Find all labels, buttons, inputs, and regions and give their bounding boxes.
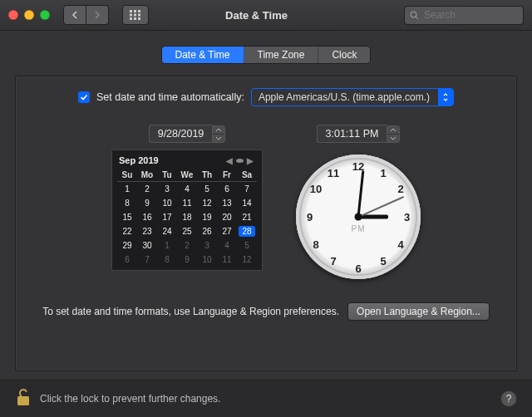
calendar-day[interactable]: 5 xyxy=(197,182,217,197)
nav-buttons xyxy=(63,5,109,25)
clock-numeral: 3 xyxy=(404,211,410,223)
back-button[interactable] xyxy=(63,5,86,25)
search-field[interactable] xyxy=(404,6,524,25)
close-window-button[interactable] xyxy=(8,10,18,20)
calendar-day-header: Sa xyxy=(237,169,257,182)
calendar-day[interactable]: 25 xyxy=(177,224,197,238)
analog-clock[interactable]: 121234567891011 PM xyxy=(296,155,421,279)
tab-clock[interactable]: Clock xyxy=(318,47,370,63)
calendar-day[interactable]: 1 xyxy=(157,238,177,253)
calendar-day[interactable]: 27 xyxy=(217,224,237,238)
open-language-region-button[interactable]: Open Language & Region... xyxy=(347,302,490,321)
window-controls xyxy=(8,10,50,20)
clock-numeral: 5 xyxy=(380,254,386,267)
svg-rect-11 xyxy=(17,396,29,405)
date-field-row: 9/28/2019 xyxy=(149,125,226,143)
calendar-day[interactable]: 8 xyxy=(117,196,137,210)
minute-hand xyxy=(357,170,365,217)
date-time-pane: Set date and time automatically: Apple A… xyxy=(15,76,517,371)
calendar-day[interactable]: 2 xyxy=(137,182,157,197)
calendar-day[interactable]: 16 xyxy=(137,210,157,224)
calendar-day[interactable]: 12 xyxy=(237,253,257,267)
calendar-day[interactable]: 5 xyxy=(237,238,257,253)
calendar-day[interactable]: 23 xyxy=(137,224,157,238)
calendar-day[interactable]: 24 xyxy=(157,224,177,238)
unlocked-lock-icon xyxy=(15,387,32,407)
date-field[interactable]: 9/28/2019 xyxy=(149,125,213,143)
date-stepper[interactable] xyxy=(212,125,225,143)
calendar-day[interactable]: 3 xyxy=(197,238,217,253)
svg-point-9 xyxy=(411,12,416,17)
calendar-day[interactable]: 20 xyxy=(217,210,237,224)
stepper-up-icon xyxy=(213,126,224,135)
calendar-day[interactable]: 6 xyxy=(117,253,137,267)
calendar-nav: ◀ ▶ xyxy=(224,156,255,165)
calendar-day[interactable]: 14 xyxy=(237,196,257,210)
calendar-day[interactable]: 26 xyxy=(197,224,217,238)
search-icon xyxy=(410,11,419,20)
calendar-day[interactable]: 12 xyxy=(197,196,217,210)
calendar-next-button[interactable]: ▶ xyxy=(245,156,255,165)
calendar-day[interactable]: 28 xyxy=(237,224,257,238)
calendar-day[interactable]: 9 xyxy=(177,253,197,267)
time-server-select[interactable]: Apple Americas/U.S. (time.apple.com.) xyxy=(251,88,454,106)
stepper-down-icon xyxy=(387,135,399,142)
calendar-day[interactable]: 10 xyxy=(197,253,217,267)
search-input[interactable] xyxy=(422,8,518,22)
calendar-day[interactable]: 30 xyxy=(137,238,157,253)
calendar-day[interactable]: 9 xyxy=(137,196,157,210)
calendar-day[interactable]: 2 xyxy=(177,238,197,253)
window-title: Date & Time xyxy=(117,9,396,22)
help-button[interactable]: ? xyxy=(500,390,517,407)
calendar-day[interactable]: 10 xyxy=(157,196,177,210)
calendar-day[interactable]: 4 xyxy=(217,238,237,253)
calendar-day[interactable]: 3 xyxy=(157,182,177,197)
calendar-day[interactable]: 11 xyxy=(177,196,197,210)
calendar-day[interactable]: 13 xyxy=(217,196,237,210)
calendar-day[interactable]: 8 xyxy=(157,253,177,267)
calendar-grid: SuMoTuWeThFrSa 1234567891011121314151617… xyxy=(117,169,257,267)
clock-numeral: 4 xyxy=(397,238,403,251)
calendar-day[interactable]: 18 xyxy=(177,210,197,224)
time-field-row: 3:01:11 PM xyxy=(317,125,401,143)
clock-numeral: 9 xyxy=(307,211,313,223)
auto-set-checkbox[interactable] xyxy=(78,91,90,103)
tab-timezone[interactable]: Time Zone xyxy=(244,47,319,63)
calendar-day[interactable]: 7 xyxy=(137,253,157,267)
calendar-header: Sep 2019 ◀ ▶ xyxy=(117,155,257,169)
calendar-day[interactable]: 15 xyxy=(117,210,137,224)
forward-button[interactable] xyxy=(86,5,109,25)
zoom-window-button[interactable] xyxy=(40,10,50,20)
calendar-day[interactable]: 21 xyxy=(237,210,257,224)
clock-numeral: 7 xyxy=(330,254,336,267)
time-field[interactable]: 3:01:11 PM xyxy=(317,125,387,143)
calendar-day[interactable]: 7 xyxy=(237,182,257,197)
dropdown-arrow xyxy=(438,89,453,105)
minimize-window-button[interactable] xyxy=(24,10,34,20)
preferences-window: Date & Time Date & TimeTime ZoneClock Se… xyxy=(0,0,532,417)
clock-numeral: 1 xyxy=(380,167,386,179)
time-stepper[interactable] xyxy=(387,125,400,143)
up-down-chevron-icon xyxy=(442,93,449,101)
calendar-month-label: Sep 2019 xyxy=(119,155,159,165)
lock-button[interactable] xyxy=(15,387,32,410)
calendar-prev-button[interactable]: ◀ xyxy=(224,156,234,165)
tab-datetime[interactable]: Date & Time xyxy=(162,47,244,63)
calendar-day[interactable]: 4 xyxy=(177,182,197,197)
calendar-day[interactable]: 29 xyxy=(117,238,137,253)
calendar-day[interactable]: 6 xyxy=(217,182,237,197)
calendar-day[interactable]: 19 xyxy=(197,210,217,224)
clock-numeral: 11 xyxy=(328,167,339,179)
calendar-day[interactable]: 17 xyxy=(157,210,177,224)
calendar-today-button[interactable] xyxy=(236,159,244,163)
chevron-right-icon xyxy=(94,11,101,19)
stepper-down-icon xyxy=(213,135,224,142)
calendar-day[interactable]: 11 xyxy=(217,253,237,267)
svg-line-10 xyxy=(416,17,418,19)
auto-set-label: Set date and time automatically: xyxy=(96,91,244,103)
calendar[interactable]: Sep 2019 ◀ ▶ SuMoTuWeThFrSa 123456789101… xyxy=(111,150,263,271)
clock-numeral: 8 xyxy=(313,238,318,251)
calendar-day[interactable]: 22 xyxy=(117,224,137,238)
calendar-day[interactable]: 1 xyxy=(117,182,137,197)
calendar-day-header: We xyxy=(177,169,197,182)
